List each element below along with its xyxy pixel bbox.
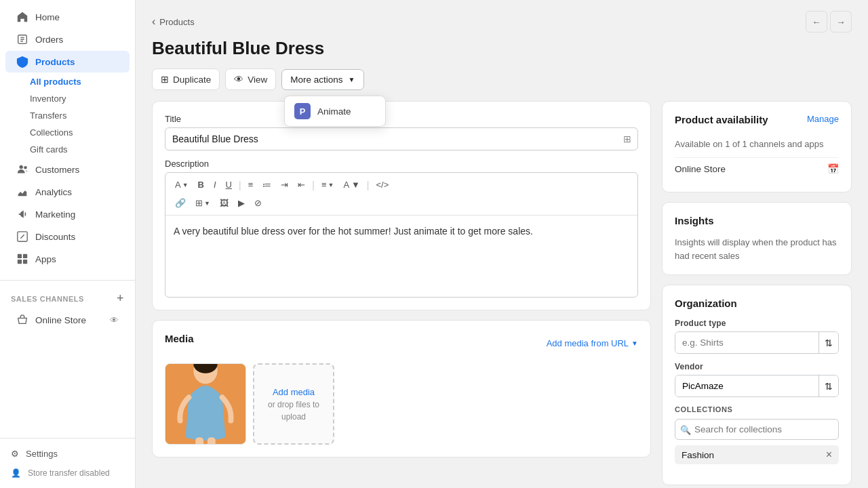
vendor-field: Vendor ⇅ [675,362,839,397]
collection-tag-name: Fashion [682,450,714,460]
collections-search-icon: 🔍 [680,424,691,434]
nav-forward-button[interactable]: → [830,11,852,33]
svg-point-2 [24,166,27,169]
sidebar-item-gift-cards[interactable]: Gift cards [30,141,135,158]
svg-rect-11 [195,437,203,445]
sidebar-item-customers-label: Customers [35,165,79,175]
sidebar-item-home[interactable]: Home [5,6,130,28]
sidebar-item-apps[interactable]: Apps [5,248,130,270]
editor-italic-btn[interactable]: I [210,177,220,192]
editor-image-btn[interactable]: 🖼 [216,195,233,211]
add-media-from-url-button[interactable]: Add media from URL ▼ [547,338,638,348]
editor-outdent-btn[interactable]: ⇤ [294,177,309,192]
insights-title: Insights [675,215,839,226]
editor-table-btn[interactable]: ⊞ ▼ [191,195,214,211]
sidebar-item-discounts[interactable]: Discounts [5,226,130,247]
editor-clear-btn[interactable]: ⊘ [250,195,266,211]
editor-ul-btn[interactable]: ≡ [244,177,258,192]
add-sales-channel-icon[interactable]: + [117,291,124,306]
vendor-caret: ⇅ [825,381,833,392]
marketing-icon [16,208,28,220]
editor-code-btn[interactable]: </> [372,177,393,192]
vendor-dropdown-btn[interactable]: ⇅ [818,375,838,396]
channel-name: Online Store [675,164,726,174]
more-actions-dropdown: P Animate [284,96,386,127]
availability-header: Product availability Manage [675,114,839,135]
view-button[interactable]: 👁 View [225,68,276,90]
sidebar-item-online-store[interactable]: Online Store 👁 [5,309,130,331]
title-label: Title [165,114,638,124]
toolbar-row2: 🔗 ⊞ ▼ 🖼 ▶ ⊘ [171,195,632,211]
toolbar-divider-3: | [367,180,370,190]
editor-underline-btn[interactable]: U [222,177,236,192]
product-type-field: Product type ⇅ [675,319,839,354]
product-type-input[interactable] [675,332,818,353]
sidebar-item-customers[interactable]: Customers [5,159,130,180]
settings-icon: ⚙ [11,449,19,459]
sidebar-item-store-transfer[interactable]: 👤 Store transfer disabled [0,464,135,483]
online-store-eye-icon[interactable]: 👁 [110,315,119,325]
sidebar-item-transfers[interactable]: Transfers [30,107,135,124]
sidebar-item-marketing[interactable]: Marketing [5,203,130,225]
title-input[interactable] [165,127,638,150]
media-card: Media Add media from URL ▼ [152,320,651,458]
media-item-dress[interactable] [165,363,246,445]
manage-link[interactable]: Manage [807,114,839,124]
editor-align-btn[interactable]: ≡ ▼ [317,177,338,192]
sidebar-products-submenu: All products Inventory Transfers Collect… [0,73,135,158]
vendor-input-wrapper: ⇅ [675,375,839,397]
store-transfer-icon: 👤 [11,468,21,478]
insights-description: Insights will display when the product h… [675,236,839,262]
media-upload-area[interactable]: Add media or drop files to upload [253,363,334,445]
title-input-wrapper: ⊞ [165,127,638,150]
channel-item-online-store: Online Store 📅 [675,157,839,180]
editor-link-btn[interactable]: 🔗 [171,195,190,211]
add-media-label: Add media [273,387,315,397]
collections-search-input[interactable] [675,419,839,440]
editor-toolbar: A ▼ B I U | ≡ ≔ ⇥ ⇤ | ≡ ▼ [165,173,637,216]
vendor-input[interactable] [675,375,818,396]
dropdown-item-animate[interactable]: P Animate [285,96,385,126]
collection-remove-button[interactable]: × [826,449,832,460]
editor-ol-btn[interactable]: ≔ [258,177,275,192]
apps-icon [16,253,28,265]
nav-back-button[interactable]: ← [806,11,827,33]
editor-color-btn[interactable]: A ▼ [339,177,363,192]
svg-rect-7 [23,260,27,264]
svg-rect-12 [208,437,216,445]
duplicate-button[interactable]: ⊞ Duplicate [152,68,220,90]
editor-text-btn[interactable]: A ▼ [171,177,193,192]
breadcrumb[interactable]: ‹ Products [152,16,195,28]
sidebar-item-products[interactable]: Products [5,51,130,73]
animate-app-icon: P [294,103,311,119]
customers-icon [16,163,28,176]
editor-video-btn[interactable]: ▶ [234,195,249,211]
toolbar-divider-1: | [239,180,241,190]
sidebar-item-analytics[interactable]: Analytics [5,181,130,203]
media-grid: Add media or drop files to upload [165,363,638,445]
insights-card: Insights Insights will display when the … [662,202,852,275]
sidebar-item-settings[interactable]: ⚙ Settings [0,444,135,464]
sidebar-item-orders[interactable]: Orders [5,28,130,50]
editor-bold-btn[interactable]: B [194,177,208,192]
product-details-card: Title ⊞ Description A ▼ B I [152,101,651,310]
channel-calendar-icon[interactable]: 📅 [827,163,839,174]
view-icon: 👁 [234,74,243,85]
organization-card: Organization Product type ⇅ Vendor [662,285,852,485]
sidebar-item-all-products[interactable]: All products [30,73,135,90]
collections-search-wrapper: 🔍 [675,419,839,440]
availability-card: Product availability Manage Available on… [662,101,852,192]
description-content[interactable]: A very beautiful blue dress over for the… [165,216,637,297]
svg-rect-4 [18,254,22,258]
sidebar-item-collections[interactable]: Collections [30,124,135,141]
svg-rect-5 [23,254,27,258]
editor-indent-btn[interactable]: ⇥ [277,177,292,192]
sidebar-item-products-label: Products [35,57,75,67]
product-type-dropdown-btn[interactable]: ⇅ [818,332,838,353]
sidebar-item-inventory[interactable]: Inventory [30,90,135,107]
add-media-caret: ▼ [631,340,638,347]
animate-label: Animate [317,106,351,117]
right-column: Product availability Manage Available on… [662,101,852,485]
availability-subtitle: Available on 1 of 1 channels and apps [675,139,839,149]
more-actions-button[interactable]: More actions ▼ [281,69,363,90]
